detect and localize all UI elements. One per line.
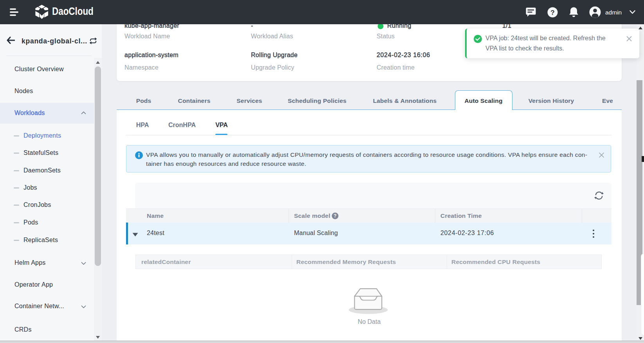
svg-text:?: ?: [334, 213, 336, 219]
svg-text:?: ?: [550, 9, 554, 16]
